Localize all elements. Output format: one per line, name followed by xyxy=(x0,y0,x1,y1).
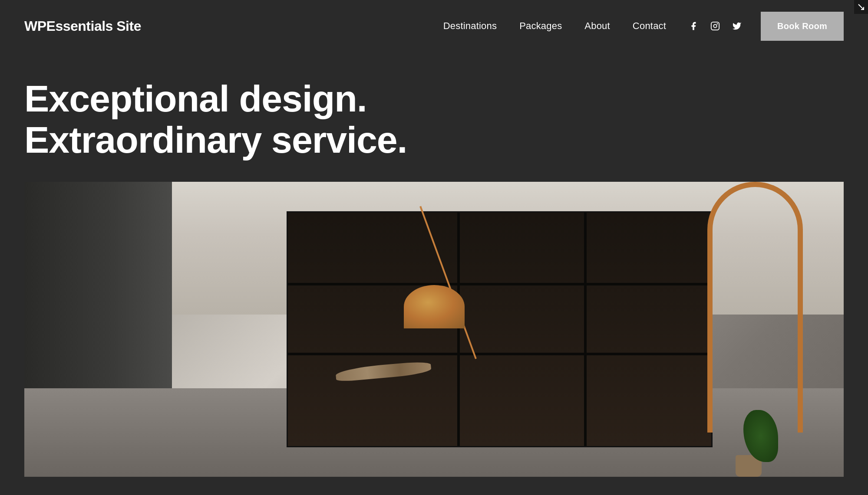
shelf-divider-2 xyxy=(584,213,587,446)
shelf-bar-bottom xyxy=(288,353,711,355)
hero-room-image xyxy=(24,182,844,477)
hero-title-line1: Exceptional design. xyxy=(24,78,367,119)
instagram-icon[interactable] xyxy=(710,21,720,31)
facebook-icon[interactable] xyxy=(689,21,698,31)
hero-headline: Exceptional design. Extraordinary servic… xyxy=(24,52,844,182)
resize-icon xyxy=(858,3,865,10)
header-right: Destinations Packages About Contact xyxy=(443,12,844,41)
nav-destinations[interactable]: Destinations xyxy=(443,20,497,32)
nav-contact[interactable]: Contact xyxy=(633,20,666,32)
copper-arch-frame xyxy=(707,182,803,433)
site-logo[interactable]: WPEssentials Site xyxy=(24,18,141,34)
social-icons xyxy=(689,21,742,31)
hero-title-line2: Extraordinary service. xyxy=(24,119,407,161)
hero-title: Exceptional design. Extraordinary servic… xyxy=(24,78,844,160)
resize-handle[interactable] xyxy=(854,0,868,14)
shelf-bar-top xyxy=(288,283,711,285)
book-room-button[interactable]: Book Room xyxy=(761,12,844,41)
hero-image-container xyxy=(24,182,844,477)
nav-packages[interactable]: Packages xyxy=(519,20,562,32)
svg-rect-0 xyxy=(711,22,719,30)
shelving-unit xyxy=(287,211,713,447)
twitter-icon[interactable] xyxy=(732,21,742,31)
hero-section: Exceptional design. Extraordinary servic… xyxy=(0,52,868,477)
svg-point-2 xyxy=(717,23,718,25)
site-header: WPEssentials Site Destinations Packages … xyxy=(0,0,868,52)
svg-point-1 xyxy=(713,24,716,27)
arc-lamp-head xyxy=(404,285,465,328)
shelf-divider-1 xyxy=(457,213,460,446)
main-nav: Destinations Packages About Contact xyxy=(443,20,666,32)
nav-about[interactable]: About xyxy=(584,20,610,32)
